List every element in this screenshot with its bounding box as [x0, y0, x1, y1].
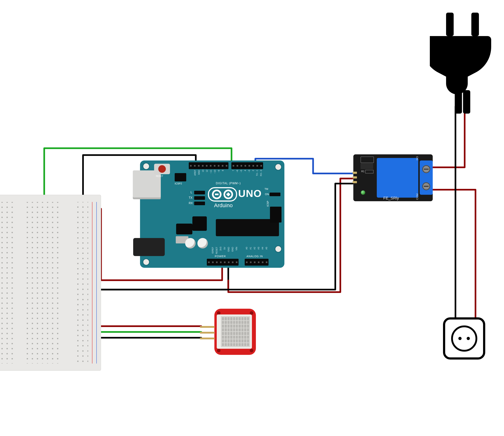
header-digital-right[interactable]: [231, 162, 263, 169]
header-analog[interactable]: [245, 259, 269, 266]
svg-rect-13: [471, 13, 479, 36]
regulator: [176, 224, 192, 234]
relay-pin-s[interactable]: [353, 172, 357, 174]
pinlabels-analog: A0 A1 A2 A3 A4 A5: [245, 247, 269, 258]
relay-terminal-block[interactable]: [420, 161, 433, 195]
led-on: [270, 193, 280, 196]
svg-rect-14: [455, 90, 462, 114]
tx-label: TX: [189, 196, 192, 200]
on-label: ON: [265, 193, 269, 196]
digital-label: DIGITAL (PWM~): [216, 182, 241, 185]
rx-label: RX: [189, 202, 193, 205]
logo-arduino: Arduino: [214, 202, 233, 209]
relay-pin-gnd[interactable]: [353, 181, 357, 183]
logo-infinity: [208, 187, 237, 202]
relay-r1: R1: [361, 170, 364, 173]
mount-hole-bl: [217, 349, 221, 352]
ac-outlet[interactable]: [443, 317, 485, 360]
dht-pin-data[interactable]: [200, 332, 215, 334]
relay-body: [377, 158, 418, 198]
led-l: [194, 191, 205, 194]
fritzing-canvas: RESET ICSP2 . AREF GND 13 12 ~11 ~10 ~9 …: [0, 0, 504, 436]
relay-com-label: COM: [416, 193, 419, 200]
capacitor-2: [197, 238, 208, 248]
wire-plug-relay-no: [432, 106, 465, 167]
outlet-hole-r: [467, 337, 470, 340]
icsp2-label: ICSP2: [175, 182, 182, 185]
pinlabels-power: IOREF RESET 3V3 5V GND GND VIN: [211, 247, 239, 258]
ac-plug[interactable]: [430, 13, 495, 114]
relay-input-pins[interactable]: [353, 172, 357, 183]
atmega328p-chip: [216, 219, 279, 236]
relay-resistor: [365, 170, 373, 173]
pinlabels-top-right: 7 ~6 ~5 4 ~3 2 TX→1 RX←0: [231, 170, 263, 181]
svg-rect-5: [23, 202, 61, 363]
mount-hole-tl: [217, 311, 221, 315]
dht-sensor-cap: [217, 314, 252, 349]
wire-relay-com-outlet: [432, 190, 476, 319]
icsp-header[interactable]: [270, 207, 281, 223]
svg-rect-15: [463, 90, 470, 114]
led-rx: [194, 202, 205, 205]
reset-button[interactable]: [154, 164, 170, 174]
icsp-label: ICSP: [266, 201, 269, 207]
usb-port[interactable]: [133, 170, 161, 199]
breadboard[interactable]: [0, 195, 101, 371]
mount-hole-tr: [250, 311, 253, 315]
relay-no-label: NO: [416, 156, 419, 160]
header-digital-left[interactable]: [189, 162, 228, 169]
relay-brand: FE_SRly: [383, 196, 399, 200]
bb-holes: [0, 195, 101, 371]
relay-module[interactable]: R1 NO COM FE_SRly: [353, 154, 433, 201]
relay-silk-diode: [361, 156, 374, 163]
wire-arduino-gnd-bottom: [90, 267, 228, 290]
dht-grille: [221, 316, 250, 347]
relay-led: [361, 191, 365, 195]
dht-pin-gnd[interactable]: [200, 337, 215, 339]
dht22-module[interactable]: [200, 309, 256, 355]
arduino-uno[interactable]: RESET ICSP2 . AREF GND 13 12 ~11 ~10 ~9 …: [140, 161, 284, 268]
header-power[interactable]: [207, 259, 239, 266]
l-label: L: [191, 191, 192, 194]
led-tx: [194, 196, 205, 200]
relay-screw-com[interactable]: [422, 182, 430, 190]
dht-pin-vcc[interactable]: [200, 326, 215, 328]
plug-icon: [430, 13, 495, 114]
icsp2[interactable]: [175, 173, 186, 182]
svg-rect-6: [77, 202, 88, 363]
logo-uno: UNO: [238, 188, 262, 199]
relay-transistor: [361, 163, 373, 169]
outlet-face: [451, 326, 477, 352]
reset-label: RESET: [156, 175, 163, 177]
barrel-jack[interactable]: [133, 238, 165, 256]
pinlabels-top-left: . AREF GND 13 12 ~11 ~10 ~9 8: [189, 170, 225, 181]
capacitor-1: [185, 238, 196, 248]
dht-pins[interactable]: [200, 326, 215, 339]
atmega16u2: [192, 216, 207, 231]
svg-rect-4: [0, 202, 14, 363]
logo-tm: TM: [265, 188, 268, 191]
relay-pin-vcc[interactable]: [353, 176, 357, 179]
mount-hole-br: [250, 349, 253, 352]
outlet-hole-l: [458, 337, 462, 340]
relay-screw-no[interactable]: [422, 165, 430, 173]
svg-rect-12: [446, 13, 454, 36]
